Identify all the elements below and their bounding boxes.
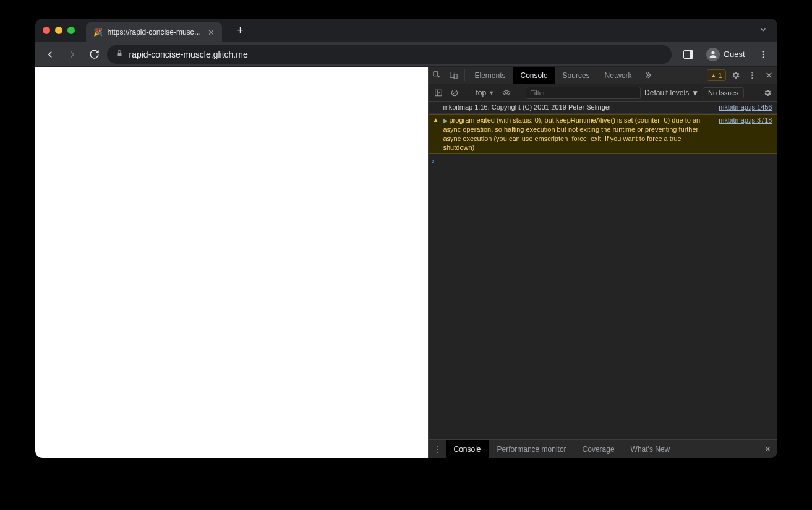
tab-favicon: 🎉: [93, 28, 103, 37]
devtools-menu-button[interactable]: [744, 67, 761, 84]
devtools-settings-button[interactable]: [727, 67, 744, 84]
warning-icon: ▲: [433, 116, 439, 124]
console-log-row: mkbitmap 1.16. Copyright (C) 2001-2019 P…: [429, 102, 777, 114]
tab-elements[interactable]: Elements: [468, 67, 513, 84]
device-toolbar-button[interactable]: [445, 67, 462, 84]
svg-rect-11: [435, 90, 442, 95]
tab-network[interactable]: Network: [597, 67, 639, 84]
drawer-close-button[interactable]: [759, 440, 777, 458]
expand-icon[interactable]: ▶: [443, 118, 450, 124]
toolbar: rapid-concise-muscle.glitch.me Guest: [35, 42, 777, 67]
chevron-down-icon: ▼: [489, 90, 494, 96]
more-tabs-button[interactable]: [639, 67, 656, 84]
address-bar[interactable]: rapid-concise-muscle.glitch.me: [107, 45, 672, 64]
drawer-tab-whats-new[interactable]: What's New: [623, 440, 678, 458]
titlebar: 🎉 https://rapid-concise-muscle.g ✕ +: [35, 19, 777, 42]
log-text: mkbitmap 1.16. Copyright (C) 2001-2019 P…: [443, 103, 708, 112]
drawer-tab-coverage[interactable]: Coverage: [575, 440, 623, 458]
profile-button[interactable]: Guest: [701, 45, 750, 64]
console-filter[interactable]: [526, 87, 641, 99]
drawer-menu-button[interactable]: ⋮: [429, 440, 446, 458]
issues-button[interactable]: No Issues: [703, 87, 744, 98]
reload-button[interactable]: [85, 45, 105, 64]
tab-title: https://rapid-concise-muscle.g: [108, 28, 203, 37]
chevron-down-icon: ▼: [691, 89, 699, 97]
svg-point-1: [762, 53, 764, 55]
svg-point-0: [762, 51, 764, 53]
log-source-link[interactable]: mkbitmap.js:3718: [711, 116, 772, 152]
window-controls: [43, 27, 75, 34]
context-label: top: [476, 89, 487, 97]
browser-tab[interactable]: 🎉 https://rapid-concise-muscle.g ✕: [86, 22, 222, 42]
avatar-icon: [706, 48, 720, 61]
chrome-menu-button[interactable]: [754, 45, 772, 64]
warnings-badge[interactable]: ▲ 1: [707, 69, 725, 81]
forward-button[interactable]: [62, 45, 82, 64]
inspect-element-button[interactable]: [429, 67, 445, 84]
svg-point-15: [505, 92, 508, 94]
svg-rect-3: [433, 72, 437, 76]
svg-point-8: [751, 77, 753, 79]
warnings-count: 1: [718, 72, 722, 79]
warning-text: program exited (with status: 0), but kee…: [443, 116, 703, 152]
console-prompt[interactable]: ›: [429, 154, 777, 168]
svg-point-6: [751, 72, 753, 74]
clear-console-button[interactable]: [448, 89, 461, 97]
back-button[interactable]: [40, 45, 60, 64]
devtools-panel: Elements Console Sources Network ▲ 1: [428, 67, 777, 458]
log-levels-label: Default levels: [644, 89, 689, 97]
content-area: Elements Console Sources Network ▲ 1: [35, 67, 777, 458]
execution-context-selector[interactable]: top ▼: [474, 89, 497, 97]
maximize-window-button[interactable]: [67, 27, 75, 34]
devtools-tabbar: Elements Console Sources Network ▲ 1: [429, 67, 777, 84]
console-sidebar-toggle[interactable]: [432, 89, 445, 97]
prompt-caret-icon: ›: [432, 157, 440, 166]
devtools-drawer: ⋮ Console Performance monitor Coverage W…: [429, 439, 777, 458]
side-panel-icon: [683, 50, 693, 59]
browser-window: 🎉 https://rapid-concise-muscle.g ✕ + rap…: [35, 19, 777, 458]
svg-point-2: [762, 56, 764, 58]
console-settings-button[interactable]: [761, 89, 774, 97]
log-source-link[interactable]: mkbitmap.js:1456: [711, 103, 772, 112]
lock-icon: [116, 50, 123, 59]
svg-line-14: [453, 91, 456, 95]
tab-close-button[interactable]: ✕: [208, 28, 215, 37]
url-text: rapid-concise-muscle.glitch.me: [129, 50, 248, 59]
console-warning-row: ▲ ▶program exited (with status: 0), but …: [429, 114, 777, 154]
console-toolbar: top ▼ Default levels ▼ No Issues: [429, 84, 777, 102]
tab-sources[interactable]: Sources: [555, 67, 597, 84]
warning-icon: ▲: [711, 72, 716, 79]
minimize-window-button[interactable]: [55, 27, 62, 34]
console-filter-input[interactable]: [526, 87, 641, 99]
drawer-tab-console[interactable]: Console: [446, 440, 489, 458]
log-levels-selector[interactable]: Default levels ▼: [644, 89, 699, 97]
drawer-tab-performance-monitor[interactable]: Performance monitor: [489, 440, 575, 458]
devtools-close-button[interactable]: [761, 67, 777, 84]
live-expression-button[interactable]: [500, 89, 513, 97]
tabs-dropdown-icon[interactable]: [759, 25, 767, 36]
tab-console[interactable]: Console: [513, 67, 555, 84]
svg-point-7: [751, 74, 753, 76]
page-viewport[interactable]: [35, 67, 428, 458]
profile-label: Guest: [724, 50, 745, 59]
close-window-button[interactable]: [43, 27, 50, 34]
console-messages[interactable]: mkbitmap 1.16. Copyright (C) 2001-2019 P…: [429, 102, 777, 439]
side-panel-button[interactable]: [679, 45, 698, 64]
new-tab-button[interactable]: +: [232, 22, 249, 39]
